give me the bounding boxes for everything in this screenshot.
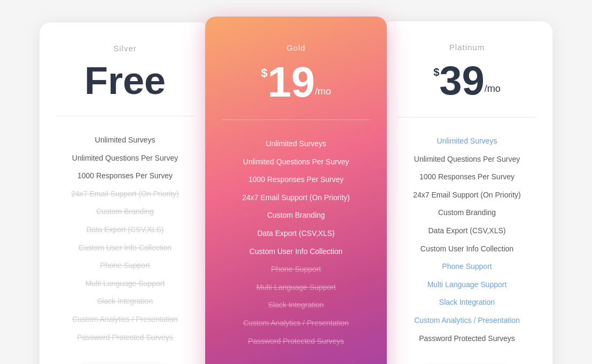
feature-item: Slack Integration <box>56 292 194 311</box>
feature-item: Custom Analytics / Presentation <box>398 312 536 330</box>
feature-item: Custom User Info Collection <box>221 243 371 261</box>
price-dollar-platinum: $ <box>433 67 439 77</box>
feature-item: Custom Analytics / Presentation <box>221 314 371 333</box>
price-wrapper-silver: Free <box>84 61 166 100</box>
feature-item: Multi Language Support <box>221 279 371 297</box>
price-period-gold: /mo <box>315 86 331 97</box>
divider-silver <box>56 116 194 116</box>
price-wrapper-gold: $19/mo <box>261 61 331 104</box>
feature-item: 1000 Responses Per Survey <box>221 171 371 189</box>
features-list-platinum: Unlimited SurveysUnlimited Questions Per… <box>398 132 536 347</box>
feature-item: Slack Integration <box>398 294 536 312</box>
feature-item: Unlimited Questions Per Survey <box>398 151 536 169</box>
feature-item: Data Export (CSV,XLS) <box>221 225 371 243</box>
feature-item: Custom Branding <box>221 207 371 225</box>
features-list-gold: Unlimited SurveysUnlimited Questions Per… <box>221 135 371 350</box>
feature-item: 24x7 Email Support (On Priority) <box>56 185 194 203</box>
feature-item: Unlimited Questions Per Survey <box>221 153 371 171</box>
feature-item: Slack Integration <box>221 296 371 314</box>
price-period-platinum: /mo <box>485 83 501 94</box>
price-wrapper-platinum: $39/mo <box>433 60 501 101</box>
feature-item: Password Protected Surveys <box>398 330 536 348</box>
feature-item: Custom User Info Collection <box>56 239 194 257</box>
feature-item: Data Export (CSV,XLS) <box>56 221 194 239</box>
pricing-card-platinum: Platinum$39/moUnlimited SurveysUnlimited… <box>381 21 552 364</box>
price-dollar-gold: $ <box>261 67 267 79</box>
feature-item: 1000 Responses Per Survey <box>56 167 194 185</box>
feature-item: Unlimited Surveys <box>221 135 371 153</box>
price-number-gold: 19 <box>268 61 315 104</box>
plan-name-platinum: Platinum <box>449 43 485 52</box>
feature-item: Unlimited Surveys <box>56 131 194 149</box>
feature-item: 1000 Responses Per Survey <box>398 168 536 186</box>
feature-item: Phone Support <box>398 258 536 276</box>
feature-item: Phone Support <box>56 257 194 275</box>
feature-item: 24x7 Email Support (On Priority) <box>398 186 536 204</box>
feature-item: Data Export (CSV,XLS) <box>398 222 536 240</box>
feature-item: Custom Analytics / Presentation <box>56 311 194 329</box>
feature-item: Password Protected Surveys <box>56 329 194 347</box>
feature-item: Multi Language Support <box>398 276 536 294</box>
pricing-card-gold: Gold$19/moUnlimited SurveysUnlimited Que… <box>205 17 387 364</box>
plan-name-gold: Gold <box>286 43 306 52</box>
divider-gold <box>221 120 371 120</box>
feature-item: Unlimited Surveys <box>398 132 536 151</box>
feature-item: Phone Support <box>221 260 371 279</box>
price-number-platinum: 39 <box>439 60 485 101</box>
price-free-silver: Free <box>84 61 166 100</box>
feature-item: Custom Branding <box>56 203 194 221</box>
feature-item: Password Protected Surveys <box>221 333 371 351</box>
divider-platinum <box>398 117 536 117</box>
pricing-card-silver: SilverFreeUnlimited SurveysUnlimited Que… <box>40 22 211 364</box>
feature-item: Multi Language Support <box>56 275 194 293</box>
feature-item: Custom User Info Collection <box>398 240 536 258</box>
pricing-section: SilverFreeUnlimited SurveysUnlimited Que… <box>0 0 592 364</box>
features-list-silver: Unlimited SurveysUnlimited Questions Per… <box>56 131 194 346</box>
feature-item: Unlimited Questions Per Survey <box>56 149 194 168</box>
feature-item: 24x7 Email Support (On Priority) <box>221 189 371 207</box>
feature-item: Custom Branding <box>398 204 536 222</box>
plan-name-silver: Silver <box>113 44 137 53</box>
